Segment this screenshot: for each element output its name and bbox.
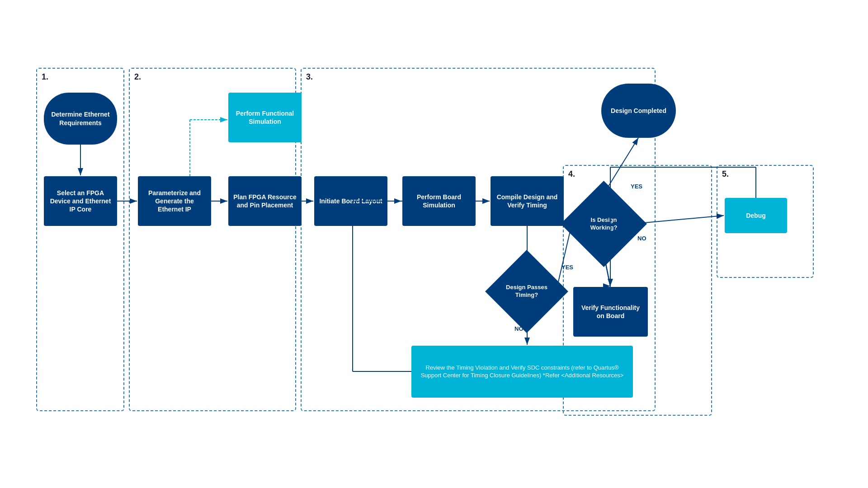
node-timing-violation: Review the Timing Violation and Verify S… xyxy=(411,346,633,398)
node-functional-sim: Perform Functional Simulation xyxy=(228,93,302,142)
node-verify-board: Verify Functionality on Board xyxy=(573,287,648,337)
lane-4-label: 4. xyxy=(568,169,575,179)
lane-1-label: 1. xyxy=(42,72,48,82)
node-compile-design: Compile Design and Verify Timing xyxy=(491,176,564,226)
lane-3-label: 3. xyxy=(306,72,313,82)
label-yes-working: YES xyxy=(631,183,642,190)
label-no-timing: NO xyxy=(514,325,524,332)
node-design-completed: Design Completed xyxy=(601,84,676,138)
node-board-sim: Perform Board Simulation xyxy=(402,176,476,226)
label-no-working: NO xyxy=(637,235,646,242)
lane-5-label: 5. xyxy=(722,169,729,179)
node-select-fpga: Select an FPGA Device and Ethernet IP Co… xyxy=(44,176,117,226)
node-plan-fpga: Plan FPGA Resource and Pin Placement xyxy=(228,176,302,226)
node-debug: Debug xyxy=(725,198,787,233)
node-parameterize: Parameterize and Generate the Ethernet I… xyxy=(138,176,211,226)
node-board-layout: Initiate Board Layout xyxy=(314,176,387,226)
flowchart-container: 1. 2. 3. 4. 5. Determine Ethernet Requir… xyxy=(23,27,845,461)
lane-2-label: 2. xyxy=(134,72,141,82)
node-determine-ethernet: Determine Ethernet Requirements xyxy=(44,93,117,145)
label-yes-timing: YES xyxy=(561,264,573,271)
